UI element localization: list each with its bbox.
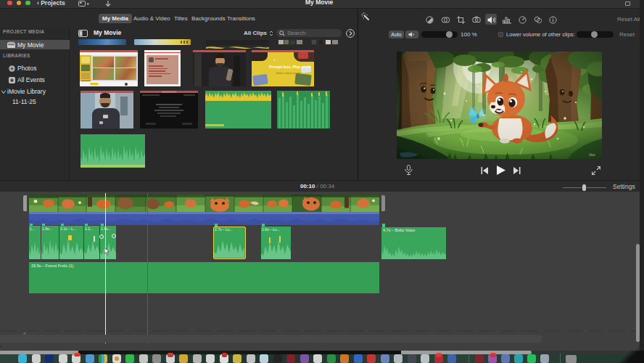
svg-text:Veo: Veo — [589, 152, 595, 157]
